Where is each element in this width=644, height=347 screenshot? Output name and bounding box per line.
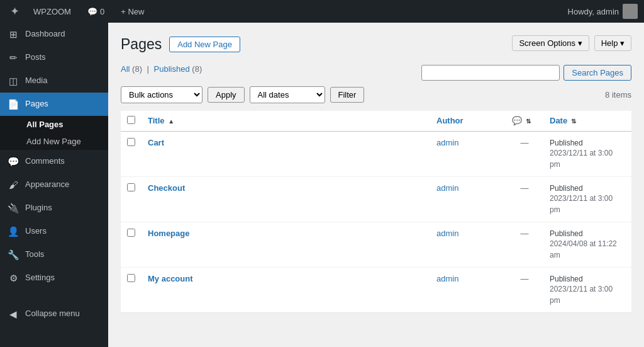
row-checkbox-0[interactable] — [127, 138, 135, 146]
pages-table: Title ▲ Author 💬 ⇅ Date ⇅ Cart — [121, 111, 631, 312]
pages-icon: 📄 — [8, 98, 19, 111]
sidebar-item-appearance[interactable]: 🖌 Appearance — [0, 173, 108, 196]
sidebar-label-pages: Pages — [25, 98, 48, 110]
wp-logo: ✦ — [6, 4, 23, 18]
sidebar-item-media[interactable]: ◫ Media — [0, 69, 108, 93]
row-checkbox-3[interactable] — [127, 274, 135, 282]
comments-icon: 💬 — [8, 155, 19, 168]
sidebar-item-posts[interactable]: ✏ Posts — [0, 46, 108, 69]
comment-icon: 💬 — [87, 7, 97, 16]
comments-link[interactable]: 💬 0 — [81, 0, 111, 23]
top-bar: ✦ WPZOOM 💬 0 + New Howdy, admin — [0, 0, 644, 23]
search-pages-button[interactable]: Search Pages — [564, 65, 631, 81]
date-status-3: Published — [550, 275, 583, 283]
sidebar-item-pages[interactable]: 📄 Pages — [0, 93, 108, 116]
filter-published-link[interactable]: Published — [154, 64, 190, 74]
row-title-cell-3: My account — [142, 267, 430, 312]
author-link-0[interactable]: admin — [436, 138, 458, 147]
row-comments-cell-2: — — [506, 222, 543, 267]
sidebar-label-tools: Tools — [25, 249, 44, 260]
row-checkbox-1[interactable] — [127, 183, 135, 191]
page-header: Pages Add New Page — [121, 35, 512, 54]
comments-header[interactable]: 💬 ⇅ — [506, 111, 543, 132]
appearance-icon: 🖌 — [8, 178, 19, 191]
row-comments-cell-3: — — [506, 267, 543, 312]
search-input[interactable] — [421, 65, 560, 81]
collapse-menu[interactable]: ◀ Collapse menu — [0, 302, 108, 326]
select-all-checkbox[interactable] — [127, 116, 135, 124]
sidebar-item-plugins[interactable]: 🔌 Plugins — [0, 196, 108, 220]
date-filter-select[interactable]: All dates — [250, 86, 325, 103]
collapse-icon: ◀ — [8, 307, 19, 321]
page-title-link-0[interactable]: Cart — [148, 138, 164, 147]
date-header[interactable]: Date ⇅ — [543, 111, 631, 132]
sidebar-label-dashboard: Dashboard — [25, 28, 65, 40]
collapse-label: Collapse menu — [25, 308, 80, 319]
add-new-page-button[interactable]: Add New Page — [169, 37, 240, 52]
sidebar-item-comments[interactable]: 💬 Comments — [0, 150, 108, 173]
filter-all-link[interactable]: All — [121, 64, 130, 74]
site-name[interactable]: WPZOOM — [27, 0, 77, 23]
bulk-actions-select[interactable]: Bulk actions Edit Move to Trash — [121, 86, 203, 103]
screen-options-button[interactable]: Screen Options ▾ — [512, 35, 589, 51]
posts-icon: ✏ — [8, 51, 19, 64]
title-header[interactable]: Title ▲ — [142, 111, 430, 132]
row-author-cell-1: admin — [430, 176, 506, 222]
row-checkbox-2[interactable] — [127, 229, 135, 237]
help-button[interactable]: Help ▾ — [594, 35, 631, 51]
table-row: Cart admin — Published 2023/12/11 at 3:0… — [121, 131, 631, 176]
media-icon: ◫ — [8, 74, 19, 88]
sidebar-item-users[interactable]: 👤 Users — [0, 220, 108, 243]
row-title-cell-1: Checkout — [142, 176, 430, 222]
comments-value-1: — — [521, 183, 529, 193]
row-date-cell-2: Published 2024/04/08 at 11:22 am — [543, 222, 631, 267]
author-link-3[interactable]: admin — [436, 274, 458, 283]
table-row: My account admin — Published 2023/12/11 … — [121, 267, 631, 312]
sidebar-item-settings[interactable]: ⚙ Settings — [0, 266, 108, 290]
row-checkbox-cell — [121, 267, 142, 312]
row-title-cell-2: Homepage — [142, 222, 430, 267]
page-title-link-1[interactable]: Checkout — [148, 183, 185, 193]
filter-button[interactable]: Filter — [330, 87, 365, 103]
date-status-0: Published — [550, 139, 583, 147]
date-value-0: 2023/12/11 at 3:00 pm — [550, 149, 613, 169]
row-comments-cell-0: — — [506, 131, 543, 176]
sidebar-item-tools[interactable]: 🔧 Tools — [0, 243, 108, 266]
title-label: Title — [148, 116, 165, 125]
sidebar-label-posts: Posts — [25, 52, 46, 63]
row-checkbox-cell — [121, 131, 142, 176]
author-link-1[interactable]: admin — [436, 183, 458, 193]
sidebar-label-settings: Settings — [25, 272, 55, 283]
page-title: Pages — [121, 35, 162, 54]
comments-value-3: — — [521, 274, 529, 283]
row-checkbox-cell — [121, 176, 142, 222]
comments-value-0: — — [521, 138, 529, 147]
date-status-1: Published — [550, 184, 583, 193]
comment-bubble-icon: 💬 — [512, 116, 522, 125]
row-author-cell-3: admin — [430, 267, 506, 312]
new-menu[interactable]: + New — [114, 0, 150, 23]
author-link-2[interactable]: admin — [436, 229, 458, 238]
page-title-link-3[interactable]: My account — [148, 274, 193, 283]
main-content: Screen Options ▾ Help ▾ Pages Add New Pa… — [108, 23, 644, 347]
page-title-link-2[interactable]: Homepage — [148, 229, 189, 238]
filter-search-row: All (8) | Published (8) Search Pages — [121, 64, 631, 81]
avatar — [623, 4, 638, 19]
sidebar-item-dashboard[interactable]: ⊞ Dashboard — [0, 23, 108, 46]
filter-published-count: (8) — [192, 64, 202, 74]
howdy-text: Howdy, admin — [568, 7, 619, 16]
row-date-cell-3: Published 2023/12/11 at 3:00 pm — [543, 267, 631, 312]
date-value-3: 2023/12/11 at 3:00 pm — [550, 285, 613, 305]
plugins-icon: 🔌 — [8, 202, 19, 215]
author-header: Author — [430, 111, 506, 132]
sidebar-sub-all-pages[interactable]: All Pages — [0, 116, 108, 133]
sidebar-sub-add-new-page[interactable]: Add New Page — [0, 133, 108, 150]
top-bar-right: Howdy, admin — [568, 4, 638, 19]
date-status-2: Published — [550, 229, 583, 238]
items-count: 8 items — [605, 90, 631, 100]
tools-icon: 🔧 — [8, 248, 19, 261]
row-date-cell-0: Published 2023/12/11 at 3:00 pm — [543, 131, 631, 176]
row-checkbox-cell — [121, 222, 142, 267]
apply-button[interactable]: Apply — [208, 87, 245, 103]
comment-count: 0 — [100, 7, 104, 16]
